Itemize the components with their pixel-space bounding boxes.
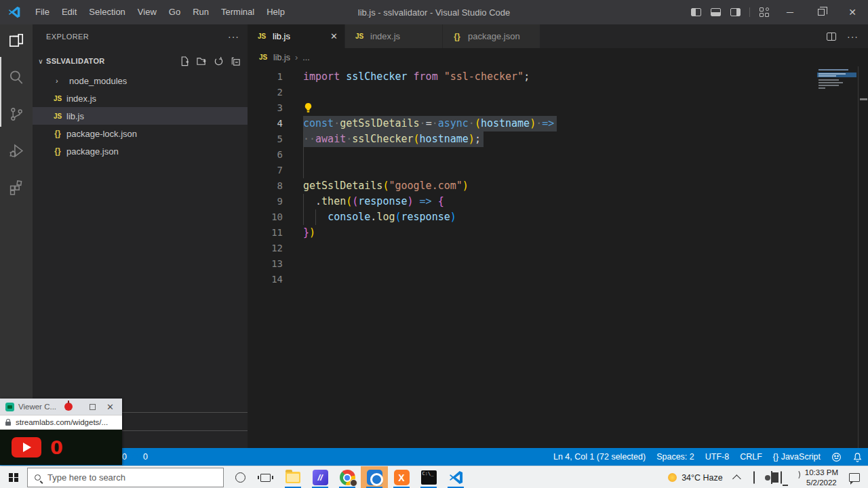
close-tab-icon[interactable]: ✕ [321, 31, 338, 41]
code-line-14[interactable]: 14 [248, 272, 868, 287]
run-debug-icon[interactable] [0, 134, 33, 167]
taskbar-app-chrome[interactable] [334, 466, 361, 488]
file-row-package-lock.json[interactable]: {}package-lock.json [33, 125, 248, 142]
code-line-8[interactable]: 8getSslDetails("google.com") [248, 178, 868, 194]
taskbar-app-xampp[interactable]: X [388, 466, 415, 488]
restore-button[interactable] [806, 0, 837, 24]
menu-terminal[interactable]: Terminal [215, 0, 260, 24]
lightbulb-icon[interactable] [303, 102, 313, 114]
new-file-icon[interactable] [180, 56, 190, 66]
code-line-5[interactable]: 5··await·sslChecker(hostname); [248, 131, 868, 147]
network-icon[interactable] [781, 472, 782, 484]
project-section-header[interactable]: ∨ SSLVALIDATOR [33, 53, 248, 69]
popup-url[interactable]: streamlabs.com/widgets/... [16, 418, 108, 426]
customize-layout-icon[interactable] [760, 7, 769, 17]
tab-package.json[interactable]: {}package.json [443, 24, 540, 48]
editor-more-actions-icon[interactable]: ··· [847, 31, 859, 42]
popup-restore-icon[interactable] [90, 404, 96, 410]
cortana-button[interactable] [226, 466, 254, 488]
taskbar-search-input[interactable]: Type here to search [27, 468, 224, 487]
file-row-package.json[interactable]: {}package.json [33, 142, 248, 160]
volume-icon[interactable] [790, 472, 795, 484]
menu-selection[interactable]: Selection [83, 0, 131, 24]
scrollbar[interactable] [858, 66, 859, 448]
code-token: · [346, 133, 352, 145]
json-file-icon: {} [52, 129, 64, 138]
code-line-4[interactable]: 4const·getSslDetails·=·async·(hostname)·… [248, 116, 868, 131]
file-row-node_modules[interactable]: ›node_modules [33, 72, 248, 89]
file-name: package.json [66, 146, 119, 157]
toggle-panel-icon[interactable] [711, 8, 721, 16]
code-line-6[interactable]: 6 [248, 147, 868, 163]
status-eol[interactable]: CRLF [740, 452, 762, 462]
file-row-lib.js[interactable]: JSlib.js [33, 107, 248, 125]
code-line-7[interactable]: 7 [248, 163, 868, 178]
explorer-icon[interactable] [0, 24, 33, 57]
weather-icon [668, 473, 677, 482]
taskbar-app-file-explorer[interactable] [279, 466, 307, 488]
code-line-12[interactable]: 12 [248, 241, 868, 256]
new-folder-icon[interactable] [197, 56, 207, 66]
toggle-secondary-sidebar-icon[interactable] [730, 8, 741, 16]
task-view-button[interactable] [252, 466, 278, 488]
start-button[interactable] [0, 466, 27, 488]
code-area[interactable]: 1import sslChecker from "ssl-checker";23… [248, 69, 868, 287]
tab-lib.js[interactable]: JSlib.js✕ [248, 24, 345, 48]
line-number: 14 [248, 272, 283, 287]
taskbar-clock[interactable]: 10:33 PM 5/2/2022 [805, 468, 838, 487]
status-encoding[interactable]: UTF-8 [705, 452, 729, 462]
status-language-mode[interactable]: {} JavaScript [773, 452, 821, 462]
popup-title-bar[interactable]: Viewer C... ✕ [0, 399, 122, 415]
code-token: · [536, 117, 542, 129]
tab-label: index.js [370, 31, 400, 41]
status-cursor-position[interactable]: Ln 4, Col 1 (72 selected) [553, 452, 646, 462]
menu-help[interactable]: Help [260, 0, 291, 24]
code-line-2[interactable]: 2 [248, 85, 868, 100]
battery-icon[interactable] [771, 472, 772, 484]
code-line-11[interactable]: 11}) [248, 225, 868, 241]
code-token: response [358, 195, 407, 207]
refresh-icon[interactable] [214, 56, 224, 66]
hidden-icons-chevron[interactable] [732, 474, 741, 483]
code-line-9[interactable]: 9 .then((response) => { [248, 194, 868, 209]
breadcrumb[interactable]: JS lib.js › ... [248, 48, 310, 66]
breadcrumb-symbol[interactable]: ... [302, 53, 309, 62]
popup-address-bar[interactable]: streamlabs.com/widgets/... [0, 415, 122, 430]
action-center-icon[interactable] [849, 473, 860, 482]
taskbar-app-vscode[interactable] [442, 466, 469, 488]
explorer-more-actions-icon[interactable]: ··· [228, 31, 239, 42]
search-icon[interactable] [0, 61, 33, 94]
notifications-bell-icon[interactable] [852, 452, 863, 462]
popup-close-icon[interactable]: ✕ [106, 402, 114, 412]
chevron-down-icon[interactable]: ∨ [35, 58, 46, 65]
code-line-3[interactable]: 3 [248, 100, 868, 116]
tab-index.js[interactable]: JSindex.js [345, 24, 443, 48]
menu-view[interactable]: View [132, 0, 163, 24]
extensions-icon[interactable] [0, 171, 33, 203]
toggle-sidebar-icon[interactable] [691, 8, 701, 16]
code-line-10[interactable]: 10 console.log(response) [248, 209, 868, 225]
menu-edit[interactable]: Edit [56, 0, 83, 24]
code-token: ( [414, 133, 420, 145]
menu-run[interactable]: Run [186, 0, 215, 24]
minimap[interactable] [817, 68, 856, 100]
menu-go[interactable]: Go [163, 0, 186, 24]
close-button[interactable]: ✕ [837, 0, 868, 24]
minimize-button[interactable]: ─ [774, 0, 806, 24]
menu-file[interactable]: File [29, 0, 56, 24]
collapse-all-icon[interactable] [231, 56, 241, 66]
taskbar-app-terminal[interactable]: C:\_ [415, 466, 442, 488]
status-indentation[interactable]: Spaces: 2 [656, 452, 694, 462]
split-editor-icon[interactable] [827, 33, 836, 41]
device-icon[interactable] [753, 472, 755, 484]
taskbar-app-streamlabs[interactable] [361, 466, 388, 488]
code-token: => [420, 195, 432, 207]
code-line-13[interactable]: 13 [248, 256, 868, 272]
taskbar-app-app-slashes[interactable]: // [307, 466, 334, 488]
weather-widget[interactable]: 34°C Haze [668, 473, 723, 483]
source-control-icon[interactable] [0, 98, 33, 130]
file-row-index.js[interactable]: JSindex.js [33, 89, 248, 107]
code-line-1[interactable]: 1import sslChecker from "ssl-checker"; [248, 69, 868, 85]
feedback-icon[interactable] [831, 452, 842, 462]
breadcrumb-file[interactable]: lib.js [273, 53, 290, 62]
